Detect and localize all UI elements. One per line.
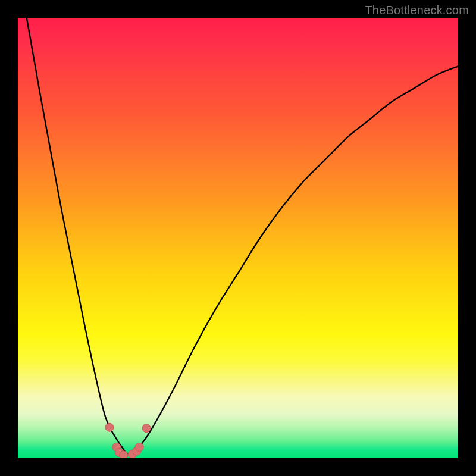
plot-area	[18, 18, 458, 458]
watermark-text: TheBottleneck.com	[365, 4, 469, 17]
trough-marker	[142, 424, 151, 433]
chart-frame: TheBottleneck.com	[0, 0, 476, 476]
curve-layer	[18, 18, 458, 458]
trough-marker	[120, 451, 128, 458]
bottleneck-curve	[27, 18, 458, 454]
trough-marker	[135, 443, 143, 452]
trough-marker	[105, 423, 114, 431]
